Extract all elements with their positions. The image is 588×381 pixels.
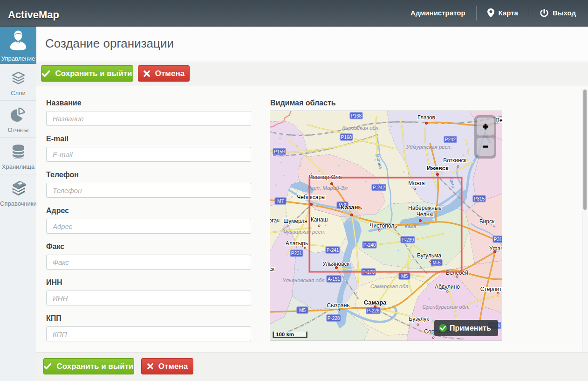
svg-text:Воткинск: Воткинск (443, 157, 466, 164)
svg-text:Чувашская респ.: Чувашская респ. (283, 229, 325, 235)
svg-text:Можга: Можга (408, 180, 425, 187)
svg-text:Сызрань: Сызрань (327, 302, 349, 309)
svg-text:Р-240: Р-240 (363, 242, 376, 248)
svg-text:Р-226: Р-226 (367, 308, 380, 313)
svg-text:Р-241: Р-241 (327, 248, 339, 253)
svg-text:P242: P242 (445, 137, 456, 142)
svg-text:Кировская обл.: Кировская обл. (342, 125, 380, 131)
svg-text:Кама: Кама (405, 224, 416, 229)
svg-text:Стерлита: Стерлита (480, 286, 502, 292)
svg-text:P168: P168 (341, 135, 352, 140)
svg-text:P159: P159 (274, 149, 285, 154)
svg-text:P168: P168 (351, 113, 362, 118)
svg-text:Чистополь: Чистополь (370, 222, 397, 229)
svg-text:Ульяновск: Ульяновск (322, 261, 349, 267)
svg-text:Бирск: Бирск (479, 218, 495, 225)
svg-text:Удмуртская респ.: Удмуртская респ. (406, 144, 452, 150)
svg-text:M7: M7 (277, 199, 284, 204)
svg-text:ергач: ергач (270, 217, 280, 224)
svg-text:Шумерля: Шумерля (283, 218, 308, 224)
svg-text:Глазов: Глазов (417, 114, 435, 121)
svg-text:Респ. Марий-Эл: Респ. Марий-Эл (308, 185, 348, 191)
svg-text:Казань: Казань (341, 204, 362, 211)
svg-text:P315: P315 (494, 237, 502, 242)
svg-text:М-5: М-5 (432, 260, 441, 265)
svg-text:Чебоксары: Чебоксары (297, 194, 325, 201)
svg-text:Р-228: Р-228 (328, 316, 340, 321)
svg-text:Ижевск: Ижевск (426, 165, 449, 172)
svg-text:Набережные: Набережные (408, 205, 442, 211)
svg-text:Бугульма: Бугульма (417, 252, 441, 259)
svg-text:P231: P231 (291, 251, 302, 256)
svg-text:A-151: A-151 (328, 277, 340, 282)
svg-text:Челны: Челны (417, 211, 434, 218)
svg-text:Оренбургская обл.: Оренбургская обл. (422, 304, 469, 310)
svg-text:Р-239: Р-239 (402, 237, 414, 242)
svg-text:M5: M5 (401, 274, 408, 279)
svg-text:M5: M5 (299, 308, 306, 313)
svg-text:100 km: 100 km (276, 332, 294, 337)
svg-text:Пе: Пе (495, 117, 502, 124)
svg-text:Самара: Самара (364, 299, 387, 306)
svg-text:P315: P315 (474, 196, 485, 201)
svg-text:Самарская обл.: Самарская обл. (370, 284, 410, 289)
svg-text:Алатырь: Алатырь (286, 240, 308, 247)
svg-text:Ульяновская обл.: Ульяновская обл. (282, 277, 326, 283)
svg-text:Р-242: Р-242 (373, 185, 385, 190)
svg-text:Канаш: Канаш (311, 216, 328, 223)
svg-text:Бузулук: Бузулук (409, 316, 430, 322)
svg-text:нск: нск (270, 266, 275, 272)
svg-text:Абдулино: Абдулино (435, 284, 460, 290)
svg-text:Применить: Применить (450, 324, 491, 332)
